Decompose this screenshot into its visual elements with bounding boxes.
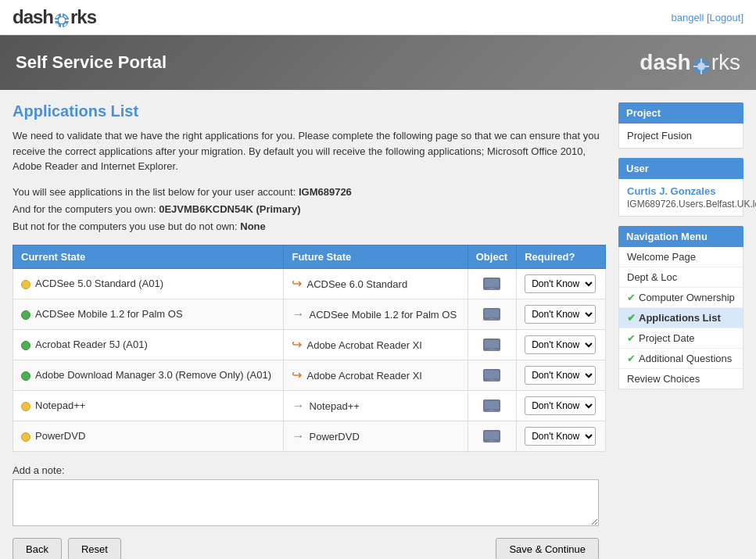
- note-textarea[interactable]: [13, 479, 599, 526]
- cell-object: [468, 329, 516, 360]
- sidebar-user-name: Curtis J. Gonzales: [627, 185, 735, 197]
- nav-item-label: Dept & Loc: [627, 271, 677, 283]
- cell-required[interactable]: Don't KnowYesNo: [517, 268, 606, 299]
- nav-menu-item[interactable]: Dept & Loc: [619, 267, 743, 288]
- future-state-text: Adobe Acrobat Reader XI: [306, 339, 421, 351]
- nav-check-icon: ✔: [627, 332, 636, 344]
- sidebar-user-content: Curtis J. Gonzales IGM689726.Users.Belfa…: [618, 179, 743, 217]
- cell-required[interactable]: Don't KnowYesNo: [517, 360, 606, 390]
- svg-rect-13: [700, 70, 702, 74]
- status-dot-icon: [21, 432, 30, 442]
- current-state-text: Acrobat Reader 5J (A01): [35, 339, 148, 350]
- same-arrow-icon: →: [292, 429, 304, 443]
- reset-button[interactable]: Reset: [68, 538, 121, 559]
- table-row: ACDSee 5.0 Standard (A01)↪ACDSee 6.0 Sta…: [13, 268, 606, 299]
- nav-item-label: Additional Questions: [639, 353, 732, 364]
- required-select[interactable]: Don't KnowYesNo: [525, 335, 596, 354]
- user-account-line: You will see applications in the list be…: [13, 184, 606, 201]
- nav-menu-list: Welcome PageDept & Loc✔Computer Ownershi…: [619, 247, 743, 389]
- future-state-text: PowerDVD: [309, 431, 359, 443]
- svg-rect-31: [484, 431, 500, 440]
- user-account-label: You will see applications in the list be…: [13, 186, 296, 198]
- required-select[interactable]: Don't KnowYesNo: [525, 366, 596, 385]
- svg-rect-33: [487, 441, 496, 443]
- cell-required[interactable]: Don't KnowYesNo: [517, 329, 606, 360]
- table-row: Notepad++→Notepad++Don't KnowYesNo: [13, 390, 606, 421]
- cell-future-state: ↪ACDSee 6.0 Standard: [284, 268, 468, 299]
- svg-point-11: [697, 63, 705, 70]
- computers-own-label: And for the computers you own:: [13, 203, 156, 215]
- svg-rect-3: [61, 24, 63, 27]
- svg-rect-27: [487, 380, 496, 382]
- sidebar-nav-content: Welcome PageDept & Loc✔Computer Ownershi…: [618, 247, 743, 389]
- cell-future-state: →ACDSee Mobile 1.2 for Palm OS: [284, 299, 468, 329]
- portal-title: Self Service Portal: [16, 52, 167, 73]
- required-select[interactable]: Don't KnowYesNo: [525, 274, 596, 293]
- cell-current-state: Acrobat Reader 5J (A01): [13, 329, 284, 360]
- intro-text: We need to validate that we have the rig…: [13, 128, 606, 174]
- note-section: Add a note:: [13, 464, 606, 529]
- svg-rect-18: [487, 288, 496, 290]
- status-dot-icon: [21, 310, 30, 320]
- save-continue-button[interactable]: Save & Continue: [496, 538, 599, 559]
- sidebar-project-header: Project: [618, 102, 743, 124]
- back-button[interactable]: Back: [13, 538, 62, 559]
- table-row: Acrobat Reader 5J (A01)↪Adobe Acrobat Re…: [13, 329, 606, 360]
- content-area: Applications List We need to validate th…: [13, 102, 606, 559]
- current-state-text: Notepad++: [35, 400, 85, 411]
- nav-menu-item[interactable]: ✔Project Date: [619, 328, 743, 349]
- col-required: Required?: [517, 245, 606, 268]
- cell-required[interactable]: Don't KnowYesNo: [517, 421, 606, 451]
- required-select[interactable]: Don't KnowYesNo: [525, 427, 596, 446]
- svg-rect-19: [484, 309, 500, 318]
- user-logout-link[interactable]: bangell [Logout]: [671, 12, 743, 23]
- sidebar: Project Project Fusion User Curtis J. Go…: [618, 102, 743, 559]
- nav-check-icon: ✔: [627, 292, 636, 303]
- user-logout[interactable]: bangell [Logout]: [671, 12, 743, 23]
- app-logo: dash rks: [13, 6, 96, 28]
- nav-menu-item[interactable]: ✔Computer Ownership: [619, 288, 743, 308]
- required-select[interactable]: Don't KnowYesNo: [525, 305, 596, 324]
- svg-rect-4: [55, 20, 58, 21]
- nav-menu-item[interactable]: Review Choices: [619, 369, 743, 389]
- nav-item-label: Project Date: [639, 332, 695, 344]
- cell-required[interactable]: Don't KnowYesNo: [517, 390, 606, 421]
- note-label: Add a note:: [13, 464, 606, 476]
- cell-current-state: ACDSee Mobile 1.2 for Palm OS: [13, 299, 284, 329]
- svg-rect-21: [487, 319, 496, 321]
- sidebar-user-box: User Curtis J. Gonzales IGM689726.Users.…: [618, 158, 743, 217]
- nav-check-icon: ✔: [627, 312, 636, 324]
- nav-menu-item[interactable]: ✔Applications List: [619, 308, 743, 328]
- current-state-text: ACDSee 5.0 Standard (A01): [35, 278, 163, 289]
- table-row: ACDSee Mobile 1.2 for Palm OS→ACDSee Mob…: [13, 299, 606, 329]
- nav-menu-item[interactable]: Welcome Page: [619, 247, 743, 267]
- sidebar-user-header: User: [618, 158, 743, 179]
- cell-required[interactable]: Don't KnowYesNo: [517, 299, 606, 329]
- future-state-text: ACDSee Mobile 1.2 for Palm OS: [309, 309, 457, 321]
- svg-point-1: [59, 17, 65, 23]
- same-arrow-icon: →: [292, 399, 304, 412]
- svg-rect-30: [487, 410, 496, 412]
- computers-own-line: And for the computers you own: 0EJVMB6KC…: [13, 201, 606, 218]
- object-icon: [483, 308, 500, 321]
- upgrade-arrow-icon: ↪: [292, 338, 302, 351]
- cell-object: [468, 421, 516, 451]
- svg-rect-22: [484, 339, 500, 349]
- svg-rect-14: [693, 66, 697, 67]
- required-select[interactable]: Don't KnowYesNo: [525, 396, 596, 415]
- nav-menu-item[interactable]: ✔Additional Questions: [619, 349, 743, 369]
- header-banner: Self Service Portal dash rks: [0, 35, 756, 90]
- col-current-state: Current State: [13, 245, 284, 268]
- sidebar-project-box: Project Project Fusion: [618, 102, 743, 149]
- future-state-text: Adobe Acrobat Reader XI: [306, 370, 421, 382]
- cell-current-state: Notepad++: [13, 390, 284, 421]
- button-row: Back Reset Save & Continue: [13, 538, 599, 559]
- nav-item-label: Welcome Page: [627, 251, 696, 263]
- upgrade-arrow-icon: ↪: [292, 368, 302, 382]
- cell-current-state: ACDSee 5.0 Standard (A01): [13, 268, 284, 299]
- status-dot-icon: [21, 402, 30, 411]
- computers-use-value: None: [240, 220, 266, 232]
- cell-object: [468, 268, 516, 299]
- col-future-state: Future State: [284, 245, 468, 268]
- svg-rect-24: [487, 349, 496, 351]
